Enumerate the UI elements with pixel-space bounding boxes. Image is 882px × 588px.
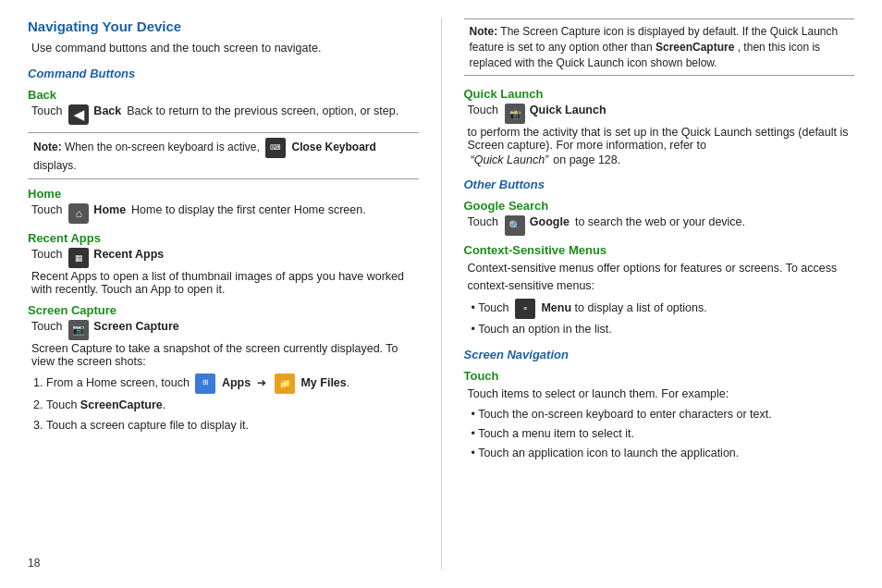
- capture-steps: From a Home screen, touch ⊞ Apps ➔ 📁 My …: [28, 374, 419, 435]
- touch-bullets: Touch the on-screen keyboard to enter ch…: [464, 406, 855, 461]
- right-note: Note: The Screen Capture icon is display…: [464, 18, 855, 76]
- touch-heading: Touch: [464, 369, 855, 383]
- context-text: Context-sensitive menus offer options fo…: [464, 260, 855, 295]
- menu-icon: ≡: [515, 299, 535, 319]
- google-search-heading: Google Search: [464, 199, 855, 213]
- google-search-row: Touch 🔍 Google to search the web or your…: [464, 215, 855, 236]
- home-row: Touch ⌂ Home Home to display the first c…: [28, 203, 419, 224]
- search-icon: 🔍: [505, 215, 525, 236]
- home-text: Home to display the first center Home sc…: [131, 203, 366, 216]
- step1-arrow: ➔: [257, 376, 269, 389]
- context-bullets: Touch ≡ Menu to display a list of option…: [464, 299, 855, 338]
- gs-text: to search the web or your device.: [575, 215, 745, 228]
- quick-launch-heading: Quick Launch: [464, 87, 855, 101]
- ql-text: to perform the activity that is set up i…: [468, 126, 855, 152]
- capture-row: Touch 📷 Screen Capture Screen Capture to…: [28, 320, 419, 368]
- context-heading: Context-Sensitive Menus: [464, 243, 855, 257]
- note-label: Note:: [33, 141, 62, 153]
- back-touch-label: Touch: [31, 104, 62, 117]
- screen-nav-heading: Screen Navigation: [464, 348, 855, 361]
- back-bold: Back: [93, 104, 121, 117]
- home-heading: Home: [28, 187, 419, 201]
- capture-bold: Screen Capture: [93, 320, 178, 333]
- page-number: 18: [28, 557, 40, 570]
- touch-bullet-2: Touch a menu item to select it.: [472, 425, 855, 443]
- command-buttons-heading: Command Buttons: [28, 67, 419, 80]
- capture-touch-label: Touch: [31, 320, 62, 333]
- keyboard-note: Note: When the on-screen keyboard is act…: [28, 132, 419, 179]
- ql-italic: “Quick Launch”: [471, 153, 549, 166]
- step1-apps: Apps: [222, 376, 251, 389]
- gs-bold: Google: [530, 215, 570, 228]
- ql-bold: Quick Launch: [530, 104, 606, 116]
- quicklaunch-icon: 📸: [505, 104, 525, 124]
- context-bullet-1: Touch ≡ Menu to display a list of option…: [472, 299, 855, 319]
- files-icon: 📁: [275, 374, 295, 394]
- step-1: From a Home screen, touch ⊞ Apps ➔ 📁 My …: [46, 374, 419, 394]
- note-end: displays.: [33, 159, 77, 172]
- page-title: Navigating Your Device: [28, 18, 419, 34]
- back-row: Touch ◀ Back Back to return to the previ…: [28, 104, 419, 125]
- touch-bullet-3: Touch an application icon to launch the …: [472, 445, 855, 462]
- other-buttons-heading: Other Buttons: [464, 178, 855, 191]
- intro-text: Use command buttons and the touch screen…: [28, 40, 419, 57]
- touch-intro: Touch items to select or launch them. Fo…: [464, 386, 855, 403]
- recent-icon: ▦: [68, 248, 89, 268]
- recent-apps-row: Touch ▦ Recent Apps Recent Apps to open …: [28, 248, 419, 296]
- gs-touch: Touch: [468, 215, 498, 228]
- apps-icon: ⊞: [195, 374, 215, 394]
- quick-launch-row: Touch 📸 Quick Launch to perform the acti…: [464, 104, 855, 166]
- back-icon: ◀: [68, 104, 89, 125]
- right-column: Note: The Screen Capture icon is display…: [442, 18, 855, 570]
- touch-bullet-1: Touch the on-screen keyboard to enter ch…: [472, 406, 855, 423]
- note-bold: Close Keyboard: [291, 141, 375, 153]
- back-heading: Back: [28, 88, 419, 102]
- note-text: When the on-screen keyboard is active,: [65, 141, 260, 153]
- home-icon: ⌂: [68, 203, 89, 224]
- home-bold: Home: [93, 203, 126, 216]
- recent-text: Recent Apps to open a list of thumbnail …: [31, 270, 419, 296]
- step1-pre: From a Home screen, touch: [46, 376, 192, 389]
- recent-touch-label: Touch: [31, 248, 62, 261]
- step-3: Touch a screen capture file to display i…: [46, 416, 419, 435]
- back-text: Back to return to the previous screen, o…: [127, 104, 398, 117]
- ql-page: on page 128.: [553, 153, 620, 166]
- home-touch-label: Touch: [31, 203, 62, 216]
- right-note-label: Note:: [470, 25, 498, 38]
- right-note-bold: ScreenCapture: [655, 41, 734, 54]
- capture-text: Screen Capture to take a snapshot of the…: [31, 342, 419, 368]
- recent-bold: Recent Apps: [93, 248, 164, 261]
- keyboard-icon: ⌨: [265, 138, 286, 158]
- step1-files: My Files: [300, 376, 346, 389]
- camera-icon: 📷: [68, 320, 89, 340]
- screen-capture-heading: Screen Capture: [28, 303, 419, 317]
- recent-apps-heading: Recent Apps: [28, 231, 419, 245]
- ql-touch: Touch: [468, 104, 498, 116]
- context-bullet-2: Touch an option in the list.: [472, 321, 855, 338]
- left-column: Navigating Your Device Use command butto…: [28, 18, 442, 570]
- step-2: Touch ScreenCapture.: [46, 396, 419, 414]
